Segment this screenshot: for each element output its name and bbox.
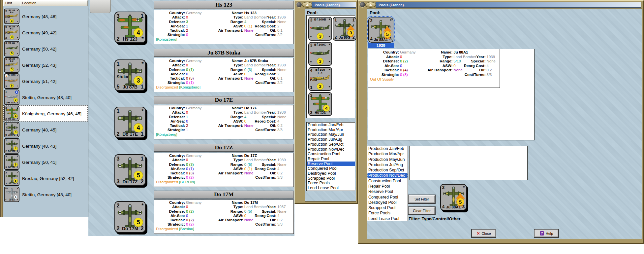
pool-list-item[interactable]: Production Jul/Aug (307, 137, 355, 142)
unit-status-line: Disorganized [Königsberg] (156, 85, 206, 90)
collapse-button[interactable] (302, 2, 313, 8)
unit-list-row[interactable]: 2*22Do 17M5Breslau, Germany [52, 42] (3, 170, 88, 186)
close-button[interactable]: ✕Close (471, 229, 496, 238)
defense-value: 0 (3) (186, 163, 194, 167)
pool-list-item[interactable]: Force Pools (307, 181, 355, 186)
unit-counter[interactable]: 3132Do 17Z5 (4, 154, 19, 170)
unit-counter[interactable]: 5*2*Bf 109E-4Emil3 (4, 9, 19, 24)
pool-list-item[interactable]: Production Mar/Apr (367, 151, 408, 157)
oil-label: Oil: (253, 28, 276, 33)
pool-list-item[interactable]: Destroyed Pool (367, 200, 408, 205)
unit-counter[interactable]: 4*1*Bf 109E-1Emil3 (308, 67, 332, 91)
window-titlebar[interactable]: Pools (France). (376, 2, 641, 8)
unit-list-row[interactable]: 5*2*Bf 109E-2Emil3Germany [49, 42] (3, 24, 88, 41)
pool-list-item[interactable]: Scrapped Pool (367, 205, 408, 210)
unit-list-row[interactable]: 1*51StukaJu 87B3Germany [48, 45] (3, 122, 88, 138)
pool-list-item[interactable]: Production Sep/Oct (307, 142, 355, 147)
unit-counter[interactable]: 1*51StukaJu 87B3 (114, 59, 146, 91)
unit-list-row[interactable]: 312*Hs 1234Königsberg, Germany [46, 45] (3, 105, 88, 122)
pool-list-item[interactable]: Lend Lease Pool (367, 216, 408, 221)
unit-counter[interactable]: 1212He 115C9 (4, 90, 19, 105)
pool-list-item[interactable]: Construction Pool (367, 178, 408, 184)
unit-list-row[interactable]: (0)***Ju 525Stettin, Germany [48, 40] (3, 186, 88, 202)
name-value: Do 17E (244, 106, 257, 110)
pool-list-item[interactable]: Production May/Jun (367, 157, 408, 162)
unit-counter[interactable]: 2*22Do 17M5 (114, 201, 146, 233)
counter-corner-value: * (329, 86, 330, 90)
pool-list-item[interactable]: Construction Pool (307, 152, 355, 157)
year-value: 1936 (277, 15, 292, 19)
unit-counter[interactable]: 313*Bf 110C5 (4, 73, 19, 89)
unit-counter[interactable]: 5*2*Bf 109E-2Emil3 (4, 25, 19, 40)
unit-counter[interactable]: 1*51StukaJu 87B3 (4, 122, 19, 137)
help-label: Help (546, 232, 553, 236)
pool-list-item[interactable]: Production May/Jun (307, 132, 355, 137)
pool-list-item[interactable]: Production Jan/Feb (307, 123, 355, 127)
pool-list-item[interactable]: Scrapped Pool (307, 176, 355, 181)
set-filter-button[interactable]: Set Filter (408, 195, 436, 204)
unit-counter[interactable]: 2*43Ju 88A15 (368, 18, 393, 43)
unit-counter[interactable]: 3***Bf 109B3 (308, 17, 332, 41)
unit-list-row[interactable]: 3***He 1125Germany [50, 42] (3, 41, 88, 57)
stat-line-asw-reorg: ASW:0Reorg Cost:2 (206, 72, 292, 76)
unit-list-row[interactable]: 1*21Do 17E4Germany [48, 43] (3, 138, 88, 154)
unit-counter[interactable]: 5***Bf 109E-2Emil3 (4, 57, 19, 73)
unit-counter[interactable]: 1*21Do 17E4 (4, 138, 19, 154)
pool-list-item[interactable]: Production Sep/Oct (367, 167, 408, 173)
pool-list-item[interactable]: Force Pools (367, 210, 408, 216)
stat-line-transport-oil: Air Transport:NoneOil:0.2 (206, 218, 292, 222)
tactical-value: 2 (186, 28, 188, 33)
pool-list-item[interactable]: Destroyed Pool (307, 171, 355, 176)
column-header-unit[interactable]: Unit (3, 0, 20, 6)
unit-counter[interactable]: 3***He 1125 (4, 41, 19, 56)
counter-corner-value: 3 (5, 166, 7, 169)
pool-list-item[interactable]: Production Jan/Feb (367, 146, 408, 151)
counter-corner-value: * (390, 19, 391, 23)
pool-category-list: Production Jan/FebProduction Mar/AprProd… (367, 146, 408, 221)
unit-list-row[interactable]: 1212He 115C9Stettin, Germany [48, 40] (3, 89, 88, 105)
help-button[interactable]: ?Help (534, 229, 559, 238)
pool-list-item[interactable]: Reserve Pool (367, 189, 408, 194)
unit-list-row[interactable]: 313*Bf 110C5Germany [51, 42] (3, 73, 88, 89)
pool-list-item[interactable]: Production Nov/Dec (367, 173, 408, 178)
pool-label: Pool: (307, 10, 318, 15)
collapse-button[interactable] (365, 2, 376, 8)
air-transport-value: None (244, 171, 254, 175)
unit-location-text: Breslau, Germany [52, 42] (22, 176, 74, 181)
pool-list-item[interactable]: Production Jul/Aug (367, 162, 408, 167)
country-label: Country: (156, 59, 185, 63)
window-titlebar[interactable]: Pools (France). (312, 2, 356, 8)
air-transport-value: None (244, 76, 254, 81)
unit-counter[interactable]: 1122Ju 86G3 (333, 17, 356, 41)
pool-list-item[interactable]: Lend Lease Pool (307, 186, 355, 191)
air-sea-value: 0 (186, 72, 188, 76)
unit-counter[interactable]: 2*43Ju 88A15 (440, 184, 467, 210)
oil-value: 0.2 (277, 171, 292, 175)
unit-counter[interactable]: 312*Hs 1234 (4, 106, 19, 121)
unit-list-row[interactable]: 5*2*Bf 109E-4Emil3Germany [48, 46] (3, 8, 88, 24)
type-value: Land Bomber (244, 158, 267, 162)
unit-counter[interactable]: 312*Hs 1234 (114, 12, 146, 43)
pool-list-item[interactable]: Repair Pool (307, 157, 355, 162)
pool-list-item[interactable]: Conquered Pool (307, 166, 355, 171)
column-header-location[interactable]: Location (20, 0, 88, 6)
unit-year-label[interactable]: 1939 (368, 43, 394, 48)
pool-list-item[interactable]: Reserve Pool (307, 162, 355, 166)
unit-counter[interactable]: 3***Bf 109C3 (308, 42, 332, 66)
pool-list-item[interactable]: Production Nov/Dec (307, 147, 355, 152)
unit-list-row[interactable]: 3132Do 17Z5Germany [50, 41] (3, 154, 88, 170)
unit-counter[interactable]: 2*22Do 17M5 (4, 170, 19, 186)
unit-counter[interactable]: (0)***Ju 525 (4, 187, 19, 202)
reorg-cost-value: 4 (486, 64, 501, 68)
unit-counter[interactable]: 1*21Do 17E4 (114, 107, 146, 138)
unit-counter[interactable]: 3132Do 17Z5 (114, 154, 146, 186)
counter-corner-value: * (310, 60, 312, 64)
stat-line-asw-reorg: ASW:0Reorg Cost:4 (206, 119, 292, 124)
clear-filter-button[interactable]: Clear Filter (408, 206, 436, 215)
oil-value: 0.1 (277, 76, 292, 81)
pool-list-item[interactable]: Conquered Pool (367, 195, 408, 200)
pool-list-item[interactable]: Production Mar/Apr (307, 127, 355, 132)
unit-list-row[interactable]: 5***Bf 109E-2Emil3Germany [52, 43] (3, 57, 88, 73)
pool-list-item[interactable]: Repair Pool (367, 184, 408, 189)
unit-counter[interactable]: 3*2*Hs 1234 (308, 92, 332, 116)
